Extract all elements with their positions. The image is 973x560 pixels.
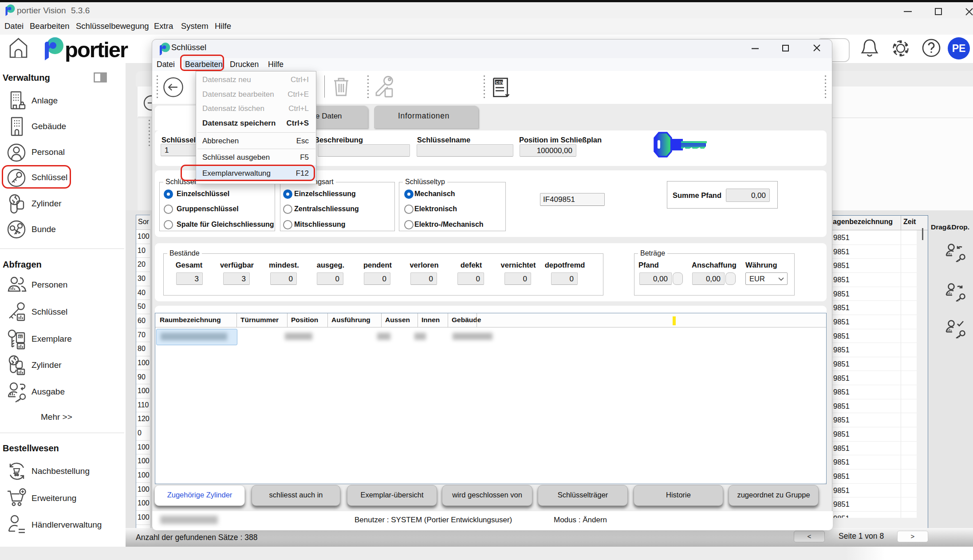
svg-text:01: 01 <box>19 335 22 338</box>
svg-text:CSV: CSV <box>496 80 504 85</box>
